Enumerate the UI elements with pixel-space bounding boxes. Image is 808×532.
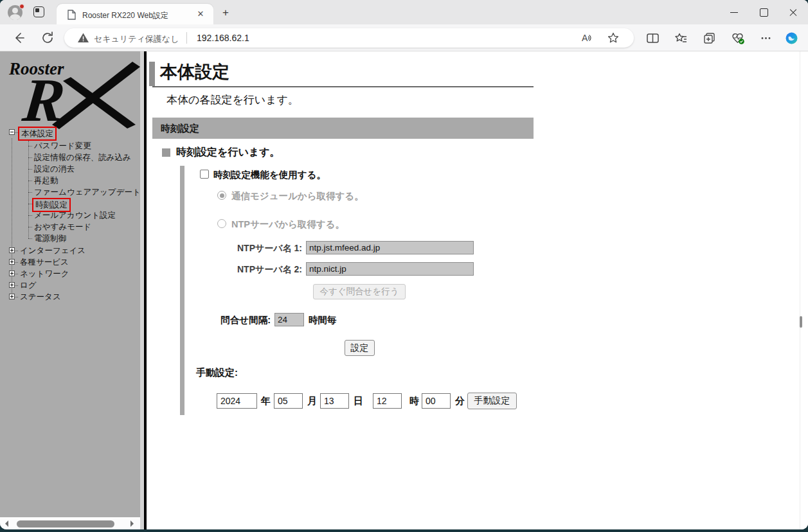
sidebar-item-status[interactable]: ステータス — [0, 291, 140, 303]
radio-from-module-label: 通信モジュールから取得する。 — [231, 190, 364, 202]
set-button[interactable]: 設定 — [345, 340, 375, 356]
ntp2-input[interactable] — [306, 262, 474, 276]
collections-icon[interactable] — [701, 30, 717, 46]
use-time-setting-label: 時刻設定機能を使用する。 — [213, 169, 326, 181]
favorites-list-icon[interactable] — [673, 30, 689, 46]
sidebar-horizontal-scrollbar[interactable] — [0, 517, 140, 529]
interval-unit: 時間毎 — [309, 313, 337, 327]
tab-close-icon[interactable]: ✕ — [195, 9, 206, 19]
main-frame: 本体設定 本体の各設定を行います。 時刻設定 時刻設定を行います。 時刻設定機能… — [147, 51, 808, 529]
titlebar: Rooster RX220 Web設定 ✕ + — [0, 0, 808, 24]
page-document-icon — [67, 10, 76, 20]
split-screen-icon[interactable] — [645, 30, 661, 46]
content-area: Rooster R 本体設定 パスワード変更 設定情 — [0, 51, 808, 529]
sidebar-item-power-control[interactable]: 電源制御 — [0, 233, 140, 244]
day-unit: 日 — [354, 393, 363, 409]
sidebar-item-config-save[interactable]: 設定情報の保存、読み込み — [0, 152, 140, 163]
page-subtitle: 本体の各設定を行います。 — [166, 93, 299, 107]
profile-button[interactable] — [6, 4, 24, 21]
sidebar-item-services[interactable]: 各種サービス — [0, 256, 140, 268]
ntp1-label: NTPサーバ名 1: — [199, 241, 302, 255]
more-icon[interactable] — [758, 30, 774, 46]
browser-window: Rooster RX220 Web設定 ✕ + セキュリティ保護なし 192.1… — [0, 0, 808, 529]
title-accent-bar — [149, 62, 155, 86]
sidebar-item-firmware[interactable]: ファームウェアアップデート — [0, 186, 140, 198]
minute-input[interactable] — [422, 393, 451, 409]
copilot-icon[interactable] — [784, 30, 800, 46]
page-title: 本体設定 — [160, 60, 229, 84]
section-description: 時刻設定を行います。 — [176, 146, 280, 159]
main-scrollbar-track[interactable] — [800, 51, 800, 529]
sidebar-item-oyasumi-mode[interactable]: おやすみモード — [0, 221, 140, 233]
new-tab-button[interactable]: + — [219, 6, 232, 19]
title-rule — [152, 86, 534, 87]
sidebar-item-password[interactable]: パスワード変更 — [0, 140, 140, 152]
sidebar-item-config-erase[interactable]: 設定の消去 — [0, 163, 140, 175]
notification-dot — [19, 4, 24, 9]
year-input[interactable] — [217, 393, 257, 409]
expand-plus-icon[interactable] — [9, 259, 15, 265]
expand-plus-icon[interactable] — [9, 282, 15, 288]
close-button[interactable] — [778, 0, 808, 24]
tab-rooster-rx220[interactable]: Rooster RX220 Web設定 ✕ — [57, 4, 213, 24]
manual-set-button[interactable]: 手動設定 — [467, 393, 517, 409]
sidebar-item-hontai-settei[interactable]: 本体設定 — [0, 127, 140, 138]
sidebar: Rooster R 本体設定 パスワード変更 設定情 — [0, 51, 140, 529]
sidebar-item-log[interactable]: ログ — [0, 279, 140, 291]
collapse-minus-icon[interactable] — [9, 129, 15, 135]
year-unit: 年 — [261, 393, 271, 409]
radio-from-ntp-label: NTPサーバから取得する。 — [231, 218, 345, 231]
tab-title: Rooster RX220 Web設定 — [82, 10, 192, 21]
scroll-right-icon[interactable] — [130, 520, 134, 527]
main-scrollbar-thumb[interactable] — [800, 316, 802, 328]
hour-input[interactable] — [373, 393, 402, 409]
rooster-rx-logo: Rooster R — [4, 54, 140, 130]
address-bar[interactable]: セキュリティ保護なし 192.168.62.1 A — [64, 28, 634, 48]
back-icon[interactable] — [10, 30, 27, 46]
divider — [186, 32, 187, 44]
reload-icon[interactable] — [39, 30, 56, 46]
sidebar-item-mail-account[interactable]: メールアカウント設定 — [0, 209, 140, 221]
ntp1-input[interactable] — [306, 241, 474, 254]
expand-plus-icon[interactable] — [9, 270, 15, 276]
browser-essentials-icon[interactable] — [730, 30, 746, 46]
minimize-button[interactable] — [719, 0, 749, 24]
use-time-setting-checkbox[interactable] — [200, 170, 209, 179]
month-input[interactable] — [274, 393, 303, 409]
favorite-star-icon[interactable] — [606, 30, 621, 46]
interval-input[interactable] — [274, 313, 304, 326]
radio-from-module[interactable] — [217, 191, 226, 200]
month-unit: 月 — [307, 393, 317, 409]
sidebar-item-jikoku-settei[interactable]: 時刻設定 — [0, 198, 140, 209]
security-label[interactable]: セキュリティ保護なし — [94, 33, 179, 45]
security-warning-icon[interactable] — [77, 32, 89, 44]
section-header: 時刻設定 — [152, 118, 534, 139]
sidebar-item-network[interactable]: ネットワーク — [0, 268, 140, 279]
scrollbar-thumb[interactable] — [17, 520, 114, 528]
browser-toolbar: セキュリティ保護なし 192.168.62.1 A — [0, 24, 808, 51]
form-accent-bar — [180, 166, 184, 415]
expand-plus-icon[interactable] — [9, 247, 15, 253]
ntp2-label: NTPサーバ名 2: — [199, 262, 302, 276]
maximize-button[interactable] — [749, 0, 778, 24]
url-text[interactable]: 192.168.62.1 — [197, 33, 249, 43]
scroll-left-icon[interactable] — [5, 520, 8, 527]
expand-plus-icon[interactable] — [9, 294, 15, 299]
tab-actions-icon[interactable] — [32, 5, 46, 19]
window-controls — [719, 0, 808, 24]
day-input[interactable] — [320, 393, 349, 409]
sidebar-item-reboot[interactable]: 再起動 — [0, 175, 140, 186]
sidebar-item-interface[interactable]: インターフェイス — [0, 245, 140, 256]
minute-unit: 分 — [455, 393, 465, 409]
radio-from-ntp[interactable] — [217, 219, 226, 228]
svg-text:A: A — [582, 33, 588, 43]
read-aloud-icon[interactable]: A — [579, 30, 594, 46]
query-now-button[interactable]: 今すぐ問合せを行う — [313, 284, 406, 299]
bullet-square-icon — [162, 148, 170, 157]
interval-label: 問合せ間隔: — [185, 313, 271, 327]
manual-setting-label: 手動設定: — [196, 367, 238, 379]
hour-unit: 時 — [409, 393, 419, 409]
